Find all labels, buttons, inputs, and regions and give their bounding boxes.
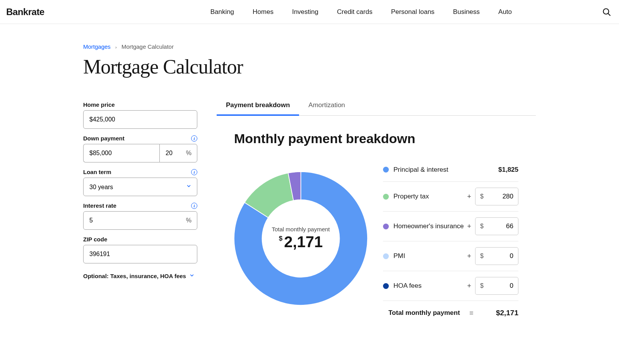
loan-term-select[interactable]: 30 years (83, 178, 197, 196)
nav-auto[interactable]: Auto (498, 8, 512, 16)
plus-icon: + (467, 222, 471, 231)
hoa-input[interactable] (485, 282, 513, 290)
currency-symbol: $ (480, 253, 484, 260)
nav-investing[interactable]: Investing (292, 8, 318, 16)
svg-line-1 (608, 14, 610, 15)
home-price-label: Home price (83, 101, 115, 108)
page-title: Mortgage Calculator (83, 55, 536, 78)
tabs: Payment breakdown Amortization (217, 101, 536, 116)
donut-currency: $ (279, 235, 282, 242)
breadcrumb-separator: › (115, 45, 117, 50)
total-value: $2,171 (496, 309, 518, 317)
down-payment-info-icon[interactable]: i (191, 135, 197, 142)
legend-principal-label: Principal & interest (393, 166, 448, 174)
interest-rate-input[interactable] (83, 211, 197, 230)
tab-payment-breakdown[interactable]: Payment breakdown (217, 101, 299, 115)
logo[interactable]: Bankrate (6, 7, 44, 17)
percent-symbol: % (186, 150, 192, 157)
legend-pmi-label: PMI (393, 252, 405, 260)
donut-label: Total monthly payment (272, 226, 330, 232)
property-tax-input[interactable] (485, 193, 513, 200)
legend-hoa-label: HOA fees (393, 282, 422, 290)
swatch-hoa (383, 283, 389, 289)
swatch-principal (383, 167, 389, 173)
search-button[interactable] (600, 6, 613, 18)
nav-banking[interactable]: Banking (210, 8, 234, 16)
nav-personal-loans[interactable]: Personal loans (391, 8, 434, 16)
currency-symbol: $ (480, 193, 484, 200)
zip-code-input[interactable] (83, 245, 197, 263)
legend: Principal & interest $1,825 Property tax… (383, 158, 518, 319)
loan-term-label: Loan term (83, 169, 111, 175)
breadcrumb-parent[interactable]: Mortgages (83, 43, 111, 50)
results-panel: Payment breakdown Amortization Monthly p… (217, 101, 536, 334)
panel-heading: Monthly payment breakdown (234, 131, 518, 146)
swatch-property-tax (383, 194, 389, 200)
breadcrumb: Mortgages › Mortgage Calculator (83, 43, 536, 50)
loan-term-info-icon[interactable]: i (191, 169, 197, 175)
nav-credit-cards[interactable]: Credit cards (337, 8, 373, 16)
legend-homeowners-label: Homeowner's insurance (393, 222, 464, 230)
plus-icon: + (467, 282, 471, 290)
donut-total: 2,171 (284, 233, 323, 250)
primary-nav: Banking Homes Investing Credit cards Per… (122, 8, 600, 16)
donut-chart: Total monthly payment $2,171 (234, 172, 368, 305)
percent-symbol: % (186, 217, 192, 224)
zip-code-label: ZIP code (83, 236, 107, 243)
total-label: Total monthly payment (383, 309, 460, 317)
interest-rate-label: Interest rate (83, 202, 116, 209)
plus-icon: + (467, 252, 471, 260)
currency-symbol: $ (480, 282, 484, 289)
legend-principal-value: $1,825 (498, 166, 518, 174)
plus-icon: + (467, 193, 471, 201)
nav-homes[interactable]: Homes (253, 8, 274, 16)
down-payment-label: Down payment (83, 135, 125, 142)
swatch-homeowners (383, 224, 389, 229)
optional-toggle[interactable]: Optional: Taxes, insurance, HOA fees (83, 273, 197, 279)
interest-rate-info-icon[interactable]: i (191, 203, 197, 209)
nav-business[interactable]: Business (453, 8, 480, 16)
down-payment-amount-input[interactable] (83, 144, 159, 162)
search-icon (602, 7, 611, 17)
pmi-input[interactable] (485, 252, 513, 260)
calculator-form: Home price Down payment i % (83, 101, 197, 279)
home-price-input[interactable] (83, 110, 197, 129)
currency-symbol: $ (480, 223, 484, 230)
homeowners-input[interactable] (485, 222, 513, 230)
swatch-pmi (383, 253, 389, 259)
optional-toggle-label: Optional: Taxes, insurance, HOA fees (83, 273, 186, 279)
chevron-down-icon (189, 273, 195, 279)
site-header: Bankrate Banking Homes Investing Credit … (0, 0, 619, 24)
equals-symbol: = (469, 309, 474, 317)
tab-amortization[interactable]: Amortization (299, 101, 354, 115)
legend-property-tax-label: Property tax (393, 193, 429, 200)
breadcrumb-current: Mortgage Calculator (121, 43, 174, 50)
